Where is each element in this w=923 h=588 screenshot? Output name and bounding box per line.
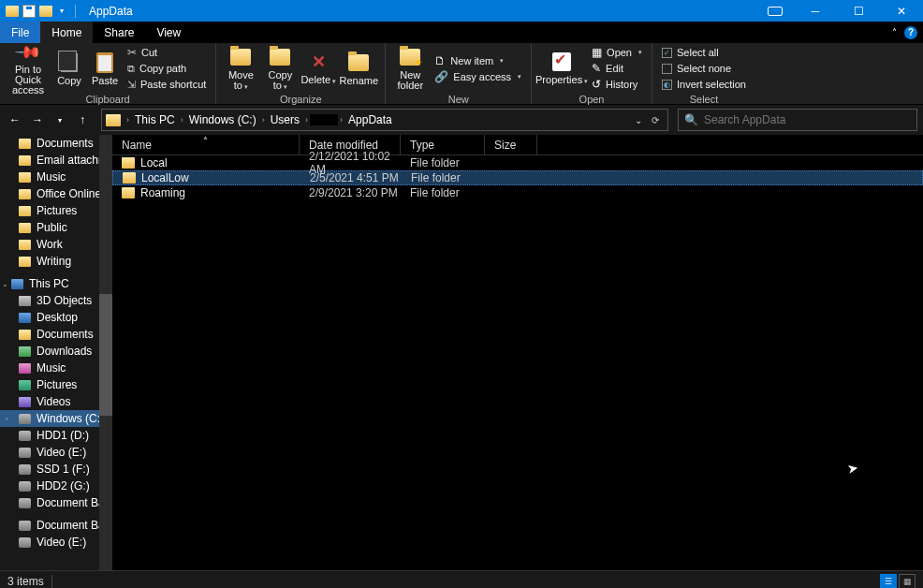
col-name[interactable]: ▲Name <box>112 135 300 154</box>
recent-dropdown[interactable]: ▾ <box>51 110 69 129</box>
crumb-user-redacted[interactable] <box>310 114 338 125</box>
tab-home[interactable]: Home <box>40 22 93 43</box>
qat-folder-icon[interactable] <box>39 6 52 17</box>
tree-item[interactable]: Videos <box>0 393 112 410</box>
chevron-down-icon[interactable]: ⌄ <box>2 280 8 288</box>
tree-item[interactable]: Video (E:) <box>0 534 112 551</box>
paste-shortcut-button[interactable]: ⇲Paste shortcut <box>124 77 210 92</box>
tree-item-label: Documents <box>37 328 94 341</box>
view-large-button[interactable]: ▦ <box>899 574 916 589</box>
tree-item-label: Documents <box>37 137 94 150</box>
copy-button[interactable]: Copy <box>52 45 86 92</box>
qat-dropdown-icon[interactable]: ▾ <box>56 7 67 15</box>
search-icon: 🔍 <box>684 113 698 126</box>
select-all-button[interactable]: ✓Select all <box>658 45 750 60</box>
easy-access-button[interactable]: 🔗Easy access▾ <box>431 69 525 84</box>
tree-item[interactable]: Downloads <box>0 343 112 360</box>
tree-this-pc[interactable]: ⌄ This PC <box>0 275 112 292</box>
crumb-this-pc[interactable]: This PC <box>131 113 179 126</box>
tab-share[interactable]: Share <box>93 22 145 43</box>
tree-item[interactable]: ›Windows (C:) <box>0 410 112 427</box>
tree-item[interactable]: Video (E:) <box>0 444 112 461</box>
chevron-right-icon[interactable]: › <box>6 415 8 423</box>
tree-item[interactable]: HDD1 (D:) <box>0 427 112 444</box>
tree-item[interactable]: Public <box>0 219 112 236</box>
maximize-button[interactable]: ☐ <box>837 0 880 22</box>
new-folder-button[interactable]: New folder <box>391 45 429 92</box>
crumb-sep-icon[interactable]: › <box>303 115 310 125</box>
tree-item[interactable]: Document Back U <box>0 517 112 534</box>
crumb-windows-c[interactable]: Windows (C:) <box>185 113 260 126</box>
select-none-button[interactable]: Select none <box>658 61 750 76</box>
tablet-mode-icon[interactable] <box>768 7 783 16</box>
tree-item[interactable]: Office Online ex <box>0 185 112 202</box>
history-icon: ↺ <box>592 78 601 91</box>
open-button[interactable]: ▦Open▾ <box>588 45 646 60</box>
tree-item[interactable]: Desktop <box>0 309 112 326</box>
edit-button[interactable]: ✎Edit <box>588 61 646 76</box>
col-type[interactable]: Type <box>401 135 485 154</box>
tree-item[interactable]: HDD2 (G:) <box>0 478 112 494</box>
tree-item[interactable]: Document Back <box>0 494 112 511</box>
tree-item[interactable]: Pictures <box>0 376 112 393</box>
crumb-sep-icon[interactable]: › <box>179 115 185 125</box>
help-icon[interactable]: ? <box>904 26 917 39</box>
refresh-button[interactable]: ⟳ <box>647 115 664 125</box>
properties-button[interactable]: Properties▾ <box>537 45 586 92</box>
address-dropdown-icon[interactable]: ⌄ <box>630 115 647 125</box>
file-row[interactable]: LocalLow2/5/2021 4:51 PMFile folder <box>112 170 923 185</box>
new-item-button[interactable]: 🗋New item▾ <box>431 53 525 68</box>
history-button[interactable]: ↺History <box>588 77 646 92</box>
cut-button[interactable]: ✂Cut <box>124 45 210 60</box>
crumb-users[interactable]: Users <box>267 113 303 126</box>
address-bar[interactable]: › This PC › Windows (C:) › Users › › App… <box>101 109 668 131</box>
copy-to-icon <box>270 49 290 66</box>
tab-view[interactable]: View <box>145 22 192 43</box>
back-button[interactable]: ← <box>6 110 24 129</box>
tree-item[interactable]: 3D Objects <box>0 292 112 309</box>
qat-save-icon[interactable] <box>22 5 36 18</box>
nav-tree[interactable]: DocumentsEmail attachmenMusicOffice Onli… <box>0 135 112 570</box>
crumb-sep-icon[interactable]: › <box>125 115 131 125</box>
minimize-button[interactable]: ─ <box>794 0 837 22</box>
title-bar: ▾ AppData ─ ☐ ✕ <box>0 0 923 22</box>
ribbon-label-select: Select <box>652 94 755 105</box>
col-date[interactable]: Date modified <box>300 135 401 154</box>
tab-file[interactable]: File <box>0 22 40 43</box>
tree-item[interactable]: Music <box>0 360 112 376</box>
col-size[interactable]: Size <box>485 135 537 154</box>
delete-button[interactable]: ✕ Delete▾ <box>300 45 336 92</box>
file-row[interactable]: Roaming2/9/2021 3:20 PMFile folder <box>112 185 923 200</box>
ribbon-label-clipboard: Clipboard <box>0 94 215 105</box>
invert-selection-button[interactable]: ◐Invert selection <box>658 77 750 92</box>
tree-item[interactable]: Music <box>0 169 112 185</box>
tree-item-label: Work <box>37 238 63 251</box>
tree-item[interactable]: Documents <box>0 135 112 152</box>
view-details-button[interactable]: ☰ <box>880 574 897 589</box>
up-button[interactable]: ↑ <box>73 110 92 129</box>
tree-item[interactable]: Writing <box>0 253 112 270</box>
tree-item[interactable]: SSD 1 (F:) <box>0 461 112 478</box>
tree-item[interactable]: Pictures <box>0 202 112 219</box>
pin-quick-access-button[interactable]: 📌 Pin to Quick access <box>6 45 51 92</box>
crumb-sep-icon[interactable]: › <box>338 115 344 125</box>
forward-button[interactable]: → <box>28 110 47 129</box>
search-input[interactable] <box>704 113 911 126</box>
close-button[interactable]: ✕ <box>880 0 923 22</box>
tree-item[interactable]: Email attachmen <box>0 152 112 169</box>
search-box[interactable]: 🔍 <box>678 109 917 131</box>
rename-button[interactable]: Rename <box>338 45 379 92</box>
folder-icon <box>19 206 31 216</box>
copy-path-button[interactable]: ⧉Copy path <box>124 61 210 76</box>
file-row[interactable]: Local2/12/2021 10:02 AMFile folder <box>112 155 923 170</box>
move-to-button[interactable]: Move to▾ <box>222 45 259 92</box>
easy-access-icon: 🔗 <box>434 70 448 83</box>
tree-item[interactable]: Documents <box>0 326 112 343</box>
crumb-appdata[interactable]: AppData <box>344 113 396 126</box>
crumb-sep-icon[interactable]: › <box>260 115 267 125</box>
paste-button[interactable]: Paste <box>88 45 122 92</box>
collapse-ribbon-icon[interactable]: ˄ <box>892 27 897 37</box>
tree-item[interactable]: Work <box>0 236 112 253</box>
tree-scroll-thumb[interactable] <box>99 294 112 416</box>
copy-to-button[interactable]: Copy to▾ <box>261 45 299 92</box>
